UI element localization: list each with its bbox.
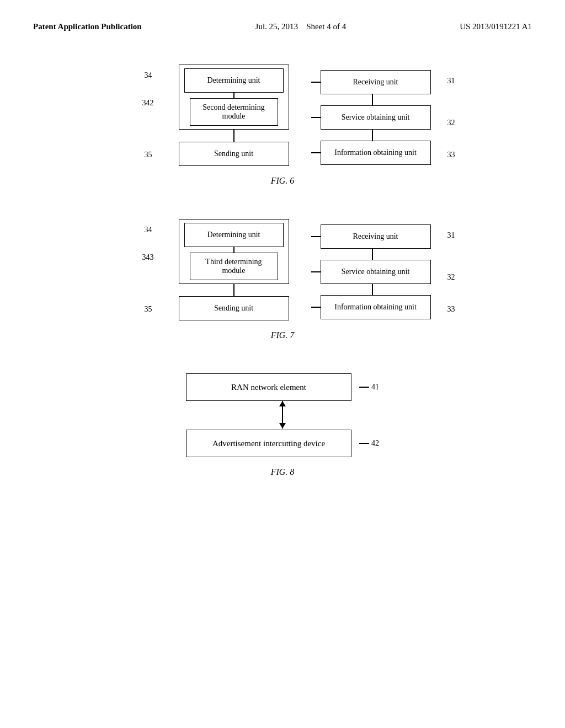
fig6-receiving-unit: Receiving unit xyxy=(321,70,431,94)
date-sheet: Jul. 25, 2013 Sheet 4 of 4 xyxy=(255,22,347,31)
figure-6: 34 342 35 Determining unit Second determ… xyxy=(135,65,431,186)
fig6-service-obtaining-unit: Service obtaining unit xyxy=(321,105,431,130)
fig8-label-41: 41 xyxy=(371,383,379,392)
fig7-information-obtaining-unit: Information obtaining unit xyxy=(321,295,431,319)
publication-label: Patent Application Publication xyxy=(33,22,142,31)
fig6-determining-unit: Determining unit xyxy=(184,68,284,93)
fig7-service-obtaining-unit: Service obtaining unit xyxy=(321,260,431,284)
fig7-label-33: 33 xyxy=(447,305,455,314)
fig7-third-determining-module: Third determining module xyxy=(190,253,278,280)
fig6-label-34: 34 xyxy=(145,71,152,80)
fig7-label-31: 31 xyxy=(447,231,455,240)
fig8-caption: FIG. 8 xyxy=(271,467,295,477)
fig6-label-35: 35 xyxy=(145,151,152,159)
sheet-label: Sheet 4 of 4 xyxy=(306,22,346,31)
diagrams-container: 34 342 35 Determining unit Second determ… xyxy=(33,65,532,477)
fig7-label-34: 34 xyxy=(145,226,152,234)
fig7-label-32: 32 xyxy=(447,273,455,282)
fig6-label-33: 33 xyxy=(447,151,455,159)
figure-7: 34 343 35 Determining unit Third determi… xyxy=(135,219,431,340)
fig7-caption: FIG. 7 xyxy=(271,330,295,340)
figure-8: RAN network element 41 Advertisement int… xyxy=(186,373,379,477)
fig7-sending-unit: Sending unit xyxy=(179,296,289,320)
fig7-determining-unit: Determining unit xyxy=(184,223,284,247)
fig7-label-35: 35 xyxy=(145,305,152,314)
fig6-second-determining-module: Second determining module xyxy=(190,98,278,126)
header: Patent Application Publication Jul. 25, … xyxy=(33,22,532,31)
fig6-label-342: 342 xyxy=(142,99,154,108)
patent-number: US 2013/0191221 A1 xyxy=(460,22,532,31)
fig6-label-32: 32 xyxy=(447,119,455,127)
page: Patent Application Publication Jul. 25, … xyxy=(0,0,565,728)
fig8-advertisement-intercutting-device: Advertisement intercutting device xyxy=(186,430,351,457)
fig7-receiving-unit: Receiving unit xyxy=(321,224,431,249)
fig6-sending-unit: Sending unit xyxy=(179,142,289,166)
fig6-information-obtaining-unit: Information obtaining unit xyxy=(321,141,431,165)
fig6-caption: FIG. 6 xyxy=(271,176,295,186)
fig7-label-343: 343 xyxy=(142,253,154,262)
fig8-ran-network-element: RAN network element xyxy=(186,373,351,401)
fig8-label-42: 42 xyxy=(371,439,379,448)
fig6-label-31: 31 xyxy=(447,77,455,85)
date-label: Jul. 25, 2013 xyxy=(255,22,305,31)
